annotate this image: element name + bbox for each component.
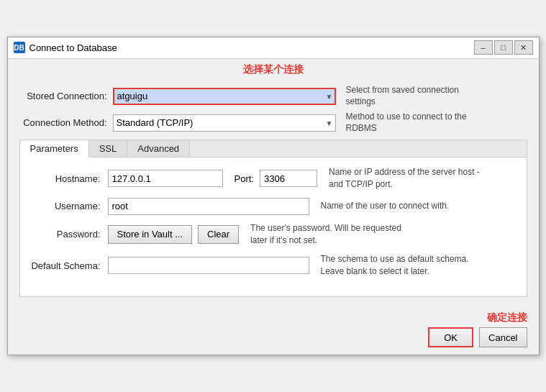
username-control: Name of the user to connect with. <box>108 198 518 215</box>
default-schema-hint: The schema to use as default schema. Lea… <box>321 253 479 278</box>
cancel-button[interactable]: Cancel <box>479 327 527 347</box>
connection-method-select[interactable]: Standard (TCP/IP) Standard (TCP/IP) with… <box>113 114 336 132</box>
connection-method-label: Connection Method: <box>19 117 113 128</box>
stored-connection-dropdown-wrapper: atguigu ▼ <box>113 88 336 105</box>
store-in-vault-button[interactable]: Store in Vault ... <box>108 225 193 244</box>
tabs-container: Parameters SSL Advanced Hostname: Port: … <box>19 140 527 297</box>
window-controls: – □ ✕ <box>474 40 533 55</box>
stored-connection-hint: Select from saved connection settings <box>346 85 490 107</box>
password-control: Store in Vault ... Clear The user's pass… <box>108 222 518 247</box>
bottom-buttons: OK Cancel <box>428 327 527 347</box>
hostname-hint: Name or IP address of the server host - … <box>329 166 487 191</box>
default-schema-input[interactable] <box>108 257 309 274</box>
password-row: Password: Store in Vault ... Clear The u… <box>29 222 518 247</box>
tab-advanced[interactable]: Advanced <box>127 140 190 157</box>
stored-connection-control: atguigu ▼ Select from saved connection s… <box>113 85 527 107</box>
main-content: Stored Connection: atguigu ▼ Select from… <box>8 79 539 306</box>
connect-to-database-window: DB Connect to Database – □ ✕ 选择某个连接 Stor… <box>7 37 540 355</box>
port-label: Port: <box>229 173 254 184</box>
maximize-button[interactable]: □ <box>494 40 513 55</box>
tabs-header: Parameters SSL Advanced <box>20 140 527 158</box>
username-hint: Name of the user to connect with. <box>321 200 450 212</box>
stored-connection-row: Stored Connection: atguigu ▼ Select from… <box>19 85 527 107</box>
chinese-label-bottom: 确定连接 <box>487 311 527 324</box>
chinese-label-top: 选择某个连接 <box>8 59 539 79</box>
close-button[interactable]: ✕ <box>514 40 533 55</box>
hostname-row: Hostname: Port: Name or IP address of th… <box>29 166 518 191</box>
password-label: Password: <box>29 229 108 240</box>
tab-ssl[interactable]: SSL <box>89 140 128 157</box>
connection-method-hint: Method to use to connect to the RDBMS <box>346 111 490 134</box>
stored-connection-select[interactable]: atguigu <box>113 88 336 105</box>
default-schema-row: Default Schema: The schema to use as def… <box>29 253 518 278</box>
username-row: Username: Name of the user to connect wi… <box>29 198 518 215</box>
port-input[interactable] <box>260 170 317 187</box>
app-icon: DB <box>14 42 25 53</box>
hostname-control: Port: Name or IP address of the server h… <box>108 166 518 191</box>
username-label: Username: <box>29 201 108 211</box>
connection-method-dropdown-wrapper: Standard (TCP/IP) Standard (TCP/IP) with… <box>113 114 336 132</box>
password-hint: The user's password. Will be requested l… <box>250 222 409 247</box>
connection-method-row: Connection Method: Standard (TCP/IP) Sta… <box>19 111 527 134</box>
stored-connection-label: Stored Connection: <box>19 91 113 101</box>
ok-button[interactable]: OK <box>428 327 473 347</box>
window-title: Connect to Database <box>29 42 470 53</box>
connection-method-control: Standard (TCP/IP) Standard (TCP/IP) with… <box>113 111 527 134</box>
title-bar: DB Connect to Database – □ ✕ <box>8 37 539 59</box>
bottom-section: 确定连接 OK Cancel <box>8 306 539 355</box>
clear-button[interactable]: Clear <box>198 225 239 244</box>
username-input[interactable] <box>108 198 309 215</box>
default-schema-label: Default Schema: <box>29 260 108 271</box>
hostname-input[interactable] <box>108 170 223 187</box>
tab-parameters[interactable]: Parameters <box>20 140 89 158</box>
hostname-label: Hostname: <box>29 173 108 184</box>
tab-parameters-content: Hostname: Port: Name or IP address of th… <box>20 158 527 296</box>
minimize-button[interactable]: – <box>474 40 493 55</box>
default-schema-control: The schema to use as default schema. Lea… <box>108 253 518 278</box>
